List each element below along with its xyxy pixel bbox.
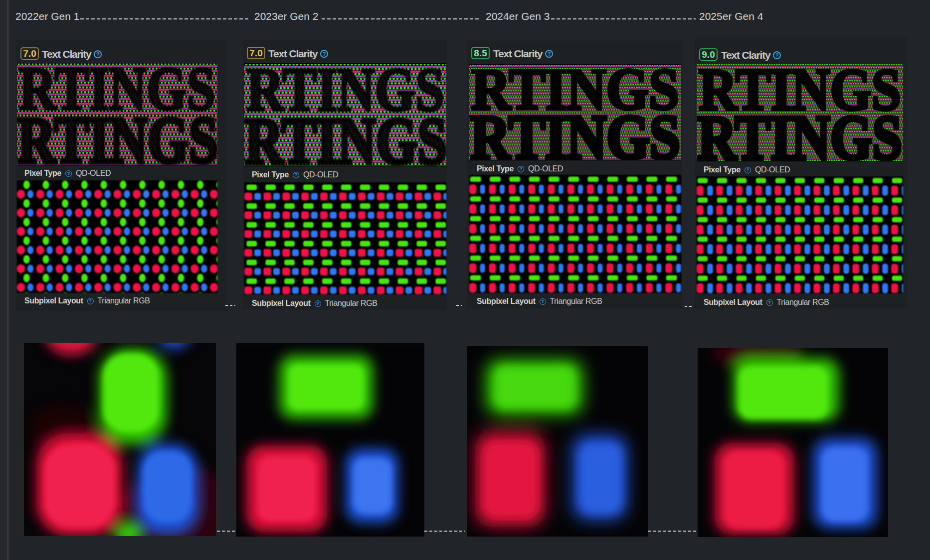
svg-text:RTINGS: RTINGS: [698, 103, 902, 161]
svg-text:RTINGS: RTINGS: [470, 103, 680, 160]
svg-text:RTINGS: RTINGS: [245, 104, 446, 166]
svg-text:RTINGS: RTINGS: [17, 103, 217, 165]
